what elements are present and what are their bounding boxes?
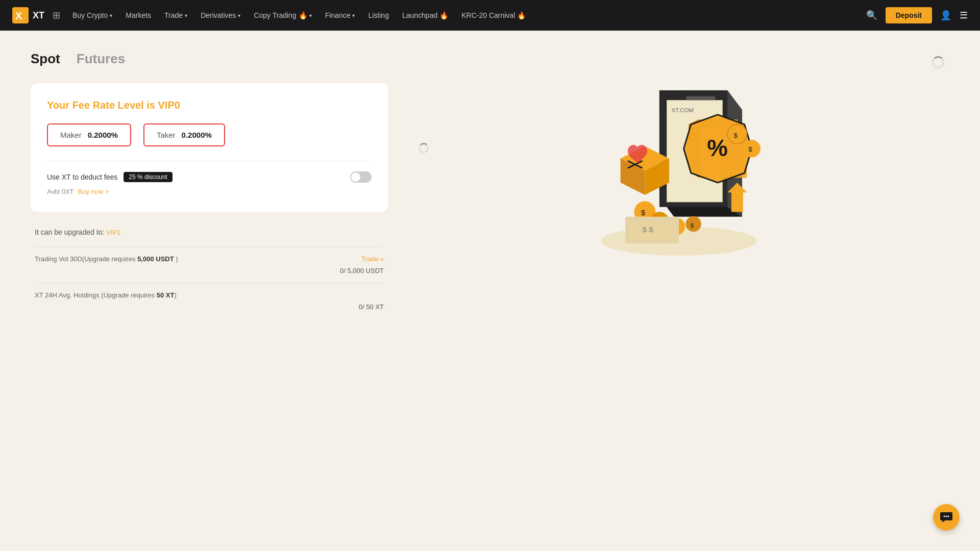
chevron-down-icon: ▾ xyxy=(352,13,355,18)
fee-card: Your Fee Rate Level is VIP0 Maker 0.2000… xyxy=(31,83,388,212)
hero-illustration: XT.COM % xyxy=(577,61,781,265)
xt-deduct-row: Use XT to deduct fees 25 % discount xyxy=(47,171,372,183)
tab-spot[interactable]: Spot xyxy=(31,51,60,69)
toggle-knob xyxy=(351,172,360,182)
fee-title: Your Fee Rate Level is VIP0 xyxy=(47,99,372,111)
logo-icon: X xyxy=(12,7,29,23)
navbar: X XT ⊞ Buy Crypto ▾ Markets Trade ▾ Deri… xyxy=(0,0,980,31)
maker-value: 0.2000% xyxy=(88,131,118,139)
xt-holdings-value: 0/ 50 XT xyxy=(35,303,384,311)
fee-boxes: Maker 0.2000% Taker 0.2000% xyxy=(47,123,372,146)
svg-point-39 xyxy=(948,516,949,517)
user-icon[interactable]: 👤 xyxy=(940,10,951,21)
divider xyxy=(47,161,372,161)
nav-item-buy-crypto[interactable]: Buy Crypto ▾ xyxy=(66,7,118,23)
nav-item-copy-trading[interactable]: Copy Trading 🔥 ▾ xyxy=(248,7,317,23)
xt-deduct-label: Use XT to deduct fees xyxy=(47,173,117,181)
svg-text:$: $ xyxy=(734,132,738,139)
taker-fee-box: Taker 0.2000% xyxy=(143,123,225,146)
svg-point-38 xyxy=(946,516,947,517)
search-icon[interactable]: 🔍 xyxy=(866,10,877,21)
trading-vol-header: Trading Vol 30D(Upgrade requires 5,000 U… xyxy=(35,255,384,263)
left-panel: Spot Futures Your Fee Rate Level is VIP0… xyxy=(31,51,388,319)
logo-text: XT xyxy=(33,10,44,21)
nav-right: 🔍 Deposit 👤 ☰ xyxy=(866,7,968,23)
chat-button[interactable] xyxy=(933,504,960,531)
grid-icon[interactable]: ⊞ xyxy=(53,10,60,21)
svg-point-37 xyxy=(944,516,945,517)
main-content: Spot Futures Your Fee Rate Level is VIP0… xyxy=(0,31,980,339)
fire-icon-3: 🔥 xyxy=(517,11,526,19)
buy-now-link[interactable]: Buy now > xyxy=(78,188,109,195)
svg-text:$ $: $ $ xyxy=(643,225,654,234)
trade-link[interactable]: Trade » xyxy=(361,255,384,263)
tab-futures[interactable]: Futures xyxy=(77,51,125,69)
xt-holdings-row: XT 24H Avg. Holdings (Upgrade requires 5… xyxy=(35,283,384,319)
right-panel: XT.COM % xyxy=(408,51,949,319)
avbl-row: Avbl 0XT Buy now > xyxy=(47,188,372,195)
upgrade-section: It can be upgraded to: VIP1 Trading Vol … xyxy=(31,228,388,319)
nav-item-krc20[interactable]: KRC-20 Carnival 🔥 xyxy=(455,7,532,23)
chevron-down-icon: ▾ xyxy=(238,13,240,18)
tab-container: Spot Futures xyxy=(31,51,388,69)
loader-circle-top xyxy=(932,56,944,68)
xt-holdings-title: XT 24H Avg. Holdings (Upgrade requires 5… xyxy=(35,291,177,299)
nav-item-finance[interactable]: Finance ▾ xyxy=(319,7,361,23)
chevron-down-icon: ▾ xyxy=(309,13,312,18)
illustration: XT.COM % xyxy=(577,61,781,265)
loader-circle-left xyxy=(419,143,429,153)
nav-item-trade[interactable]: Trade ▾ xyxy=(158,7,193,23)
logo[interactable]: X XT xyxy=(12,7,44,23)
upgrade-text: It can be upgraded to: VIP1 xyxy=(35,228,384,236)
nav-item-derivatives[interactable]: Derivatives ▾ xyxy=(194,7,247,23)
trading-vol-value: 0/ 5,000 USDT xyxy=(35,267,384,274)
trading-vol-title: Trading Vol 30D(Upgrade requires 5,000 U… xyxy=(35,255,178,263)
fire-icon: 🔥 xyxy=(299,11,307,19)
taker-label: Taker xyxy=(157,131,176,139)
xt-holdings-header: XT 24H Avg. Holdings (Upgrade requires 5… xyxy=(35,291,384,299)
svg-rect-8 xyxy=(686,96,715,101)
nav-items: Buy Crypto ▾ Markets Trade ▾ Derivatives… xyxy=(66,7,866,23)
svg-text:$: $ xyxy=(748,145,752,153)
fire-icon-2: 🔥 xyxy=(439,11,448,19)
svg-text:X: X xyxy=(15,10,22,21)
toggle-container xyxy=(350,171,372,183)
nav-item-markets[interactable]: Markets xyxy=(119,7,157,23)
svg-text:$: $ xyxy=(691,222,694,229)
svg-text:$: $ xyxy=(641,208,646,217)
svg-text:XT.COM: XT.COM xyxy=(672,107,694,113)
svg-text:%: % xyxy=(707,135,728,161)
chevron-down-icon: ▾ xyxy=(110,13,112,18)
deposit-button[interactable]: Deposit xyxy=(886,7,932,23)
menu-icon[interactable]: ☰ xyxy=(960,10,968,21)
vip-level-text: VIP0 xyxy=(158,99,180,111)
maker-label: Maker xyxy=(60,131,82,139)
chat-icon xyxy=(940,511,953,524)
maker-fee-box: Maker 0.2000% xyxy=(47,123,131,146)
discount-badge: 25 % discount xyxy=(124,172,172,182)
trading-vol-row: Trading Vol 30D(Upgrade requires 5,000 U… xyxy=(35,246,384,283)
vip1-link[interactable]: VIP1 xyxy=(106,229,120,236)
nav-item-launchpad[interactable]: Launchpad 🔥 xyxy=(396,7,454,23)
chevron-down-icon: ▾ xyxy=(185,13,187,18)
nav-item-listing[interactable]: Listing xyxy=(362,7,395,23)
avbl-label: Avbl 0XT xyxy=(47,188,74,195)
xt-deduct-toggle[interactable] xyxy=(350,171,372,183)
taker-value: 0.2000% xyxy=(182,131,212,139)
